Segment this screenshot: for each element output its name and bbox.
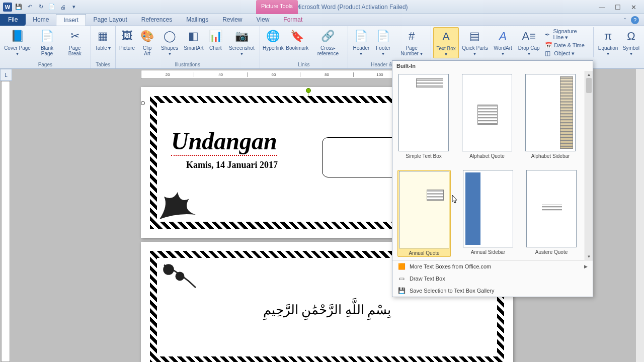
save-selection-menu-item[interactable]: 💾 Save Selection to Text Box Gallery [392,285,593,297]
screenshot-icon: 📷 [233,28,250,44]
gallery-scrollbar[interactable]: ▲ ▼ [585,71,593,260]
object-icon: ◫ [545,50,552,57]
table-button[interactable]: ▦Table ▾ [93,27,113,52]
page-number-icon: # [404,28,420,44]
gallery-item-alphabet-quote[interactable]: Alphabet Quote [461,74,513,159]
gallery-footer-menu: 🟧 More Text Boxes from Office.com ▶ ▭ Dr… [392,260,593,297]
wordart-button[interactable]: AWordArt ▾ [491,27,515,57]
invitation-text: Undangan Kamis, 14 Januari 2017 [171,127,278,170]
gallery-item-austere-quote[interactable]: Austere Quote [525,170,578,257]
vertical-scrollbar[interactable] [636,69,644,362]
qat-more-icon[interactable]: ▾ [69,3,78,12]
header-icon: 📄 [353,28,369,44]
page-break-icon: ✂ [67,28,83,44]
symbol-icon: Ω [623,28,639,44]
shapes-button[interactable]: ◯Shapes ▾ [158,27,182,57]
header-button[interactable]: 📄Header ▾ [350,27,372,57]
gallery-item-alphabet-sidebar[interactable]: Alphabet Sidebar [524,74,577,159]
ribbon-group-illustrations: 🖼Picture 🎨Clip Art ◯Shapes ▾ ◧SmartArt 📊… [116,26,260,68]
gallery-item-simple-text-box[interactable]: Simple Text Box [397,74,450,159]
blank-page-button[interactable]: 📄Blank Page [34,27,60,57]
page-break-button[interactable]: ✂Page Break [61,27,89,57]
equation-button[interactable]: πEquation ▾ [596,27,620,57]
gallery-grid: Simple Text Box Alphabet Quote Alphabet … [392,71,593,260]
blank-page-icon: 📄 [39,28,55,44]
scroll-up-icon[interactable]: ▲ [585,71,593,78]
tab-page-layout[interactable]: Page Layout [86,14,134,26]
gallery-item-annual-sidebar[interactable]: Annual Sidebar [462,170,514,257]
text-box-gallery-dropdown: Built-In Simple Text Box Alphabet Quote … [392,60,593,297]
close-icon[interactable]: ✕ [631,4,638,11]
draw-text-box-menu-item[interactable]: ▭ Draw Text Box [392,273,593,285]
window-title: 527_B - Microsoft Word (Product Activati… [82,4,599,11]
chart-icon: 📊 [207,28,223,44]
bookmark-button[interactable]: 🔖Bookmark [285,27,309,52]
signature-icon: ✒ [545,31,551,38]
tab-references[interactable]: References [134,14,179,26]
word-icon: W [3,3,12,12]
maximize-icon[interactable]: ☐ [615,4,622,11]
invitation-date: Kamis, 14 Januari 2017 [186,160,278,170]
picture-icon: 🖼 [119,28,135,44]
scroll-down-icon[interactable]: ▼ [585,253,593,260]
ruler-corner[interactable]: L [0,69,12,81]
help-icon[interactable]: ? [631,16,639,24]
date-time-button[interactable]: 📅Date & Time [545,42,588,49]
picture-button[interactable]: 🖼Picture [118,27,137,52]
selection-handle[interactable] [141,101,145,105]
office-icon: 🟧 [397,262,406,270]
print-icon[interactable]: 🖨 [58,3,67,12]
tab-file[interactable]: File [0,14,26,26]
contextual-tab-picture-tools: Picture Tools [256,0,298,14]
smartart-button[interactable]: ◧SmartArt [182,27,205,52]
text-box-icon: A [438,29,454,45]
cover-page-icon: 📘 [10,28,26,44]
ribbon-minimize-icon[interactable]: ⌃ [623,17,627,23]
date-icon: 📅 [545,42,552,49]
more-text-boxes-menu-item[interactable]: 🟧 More Text Boxes from Office.com ▶ [392,260,593,273]
ribbon-group-tables: ▦Table ▾ Tables [91,26,116,68]
footer-button[interactable]: 📄Footer ▾ [373,27,393,57]
rounded-textbox-shape[interactable] [322,137,403,177]
rotate-handle[interactable] [306,88,311,93]
quick-parts-button[interactable]: ▤Quick Parts ▾ [460,27,490,57]
redo-icon[interactable]: ↻ [36,3,45,12]
bismillah-text: بِسْمِ اللَّهِ الرَّحْمَٰنِ الرَّحِيمِ [263,302,391,318]
object-button[interactable]: ◫Object ▾ [545,50,588,57]
tab-format[interactable]: Format [276,14,309,26]
tab-review[interactable]: Review [215,14,249,26]
bookmark-icon: 🔖 [289,28,305,44]
undo-icon[interactable]: ↶ [25,3,34,12]
cover-page-button[interactable]: 📘Cover Page ▾ [2,27,33,57]
tab-view[interactable]: View [250,14,277,26]
new-icon[interactable]: 📄 [47,3,56,12]
vertical-ruler[interactable] [1,81,10,362]
tab-mailings[interactable]: Mailings [179,14,215,26]
equation-icon: π [600,28,616,44]
window-controls: — ☐ ✕ [599,4,644,11]
tab-insert[interactable]: Insert [56,14,86,26]
ribbon-tabs: File Home Insert Page Layout References … [0,14,644,26]
hyperlink-button[interactable]: 🌐Hyperlink [262,27,284,52]
chart-button[interactable]: 📊Chart [206,27,225,52]
floral-corner-icon [155,256,200,301]
quick-parts-icon: ▤ [467,28,483,44]
clip-art-button[interactable]: 🎨Clip Art [138,27,157,57]
symbol-button[interactable]: ΩSymbol ▾ [620,27,642,57]
hyperlink-icon: 🌐 [265,28,281,44]
footer-icon: 📄 [375,28,391,44]
text-box-button[interactable]: AText Box ▾ [433,27,459,58]
smartart-icon: ◧ [186,28,202,44]
minimize-icon[interactable]: — [599,4,606,11]
page-number-button[interactable]: #Page Number ▾ [394,27,429,57]
gallery-item-annual-quote[interactable]: Annual Quote [397,170,451,257]
shapes-icon: ◯ [162,28,178,44]
save-icon[interactable]: 💾 [14,3,23,12]
screenshot-button[interactable]: 📷Screenshot ▾ [226,27,257,57]
ribbon-group-links: 🌐Hyperlink 🔖Bookmark 🔗Cross-reference Li… [260,26,349,68]
drop-cap-button[interactable]: A≡Drop Cap ▾ [516,27,542,57]
signature-line-button[interactable]: ✒Signature Line ▾ [545,28,588,41]
scrollbar-thumb[interactable] [586,78,592,93]
tab-home[interactable]: Home [26,14,56,26]
cross-reference-button[interactable]: 🔗Cross-reference [310,27,346,57]
